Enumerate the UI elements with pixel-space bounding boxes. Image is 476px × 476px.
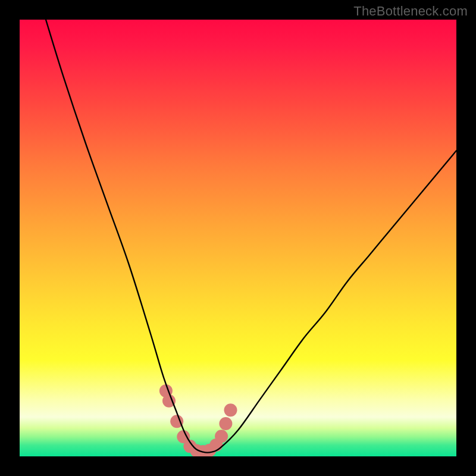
watermark-text: TheBottleneck.com — [353, 4, 468, 19]
plot-area — [20, 20, 456, 456]
markers-group — [159, 384, 237, 456]
marker-point — [219, 417, 232, 430]
bottleneck-curve — [46, 20, 456, 453]
chart-svg — [20, 20, 456, 456]
marker-point — [224, 403, 237, 416]
marker-point — [215, 430, 228, 443]
chart-frame: TheBottleneck.com — [0, 0, 476, 476]
